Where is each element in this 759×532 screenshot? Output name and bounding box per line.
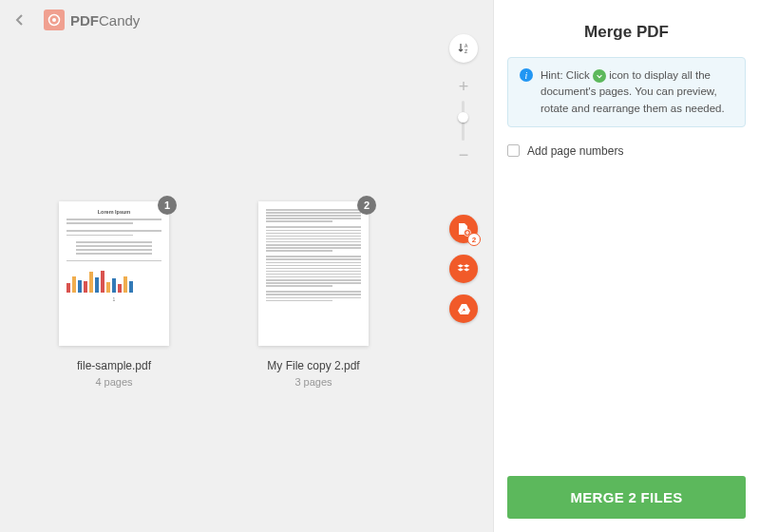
order-badge: 2 bbox=[357, 196, 376, 215]
file-thumbnail[interactable] bbox=[258, 201, 369, 346]
file-card[interactable]: 2 My File copy 2.pdf 3 pages bbox=[256, 201, 370, 388]
hint-box: i Hint: Click icon to display all the do… bbox=[507, 57, 746, 127]
file-pages: 4 pages bbox=[95, 376, 132, 388]
back-button[interactable] bbox=[13, 13, 27, 27]
zoom-slider[interactable] bbox=[462, 101, 465, 141]
dropbox-button[interactable] bbox=[449, 255, 478, 283]
sort-button[interactable]: AZ bbox=[449, 34, 478, 63]
svg-point-1 bbox=[52, 18, 56, 22]
zoom-thumb[interactable] bbox=[458, 112, 468, 123]
zoom-out-button[interactable]: − bbox=[459, 142, 469, 167]
file-name: My File copy 2.pdf bbox=[267, 359, 359, 372]
info-icon: i bbox=[520, 68, 533, 82]
logo-text: PDFCandy bbox=[70, 12, 140, 28]
order-badge: 1 bbox=[158, 196, 177, 215]
file-name: file-sample.pdf bbox=[77, 359, 151, 372]
add-file-button[interactable]: 2 bbox=[449, 215, 478, 243]
hint-text: Hint: Click icon to display all the docu… bbox=[541, 67, 733, 117]
file-thumbnail[interactable]: Lorem Ipsum 1 bbox=[59, 201, 169, 346]
merge-button[interactable]: MERGE 2 FILES bbox=[507, 476, 746, 519]
zoom-in-button[interactable]: + bbox=[459, 74, 469, 99]
file-card[interactable]: 1 Lorem Ipsum 1 file-sample.pdf 4 bbox=[57, 201, 171, 388]
svg-text:Z: Z bbox=[465, 48, 467, 54]
add-page-numbers-option[interactable]: Add page numbers bbox=[507, 144, 746, 158]
right-panel: Merge PDF i Hint: Click icon to display … bbox=[493, 0, 759, 532]
expand-icon bbox=[593, 69, 606, 83]
file-count-badge: 2 bbox=[467, 233, 481, 246]
zoom-control: + − bbox=[459, 74, 469, 167]
chart-icon bbox=[66, 270, 161, 293]
checkbox[interactable] bbox=[507, 144, 520, 157]
files-area: 1 Lorem Ipsum 1 file-sample.pdf 4 bbox=[0, 40, 493, 388]
checkbox-label: Add page numbers bbox=[527, 144, 623, 158]
panel-title: Merge PDF bbox=[507, 23, 746, 42]
file-pages: 3 pages bbox=[294, 376, 332, 388]
logo-icon bbox=[44, 10, 65, 30]
header: PDFCandy bbox=[0, 0, 493, 40]
google-drive-button[interactable] bbox=[449, 294, 478, 323]
logo: PDFCandy bbox=[44, 10, 140, 30]
